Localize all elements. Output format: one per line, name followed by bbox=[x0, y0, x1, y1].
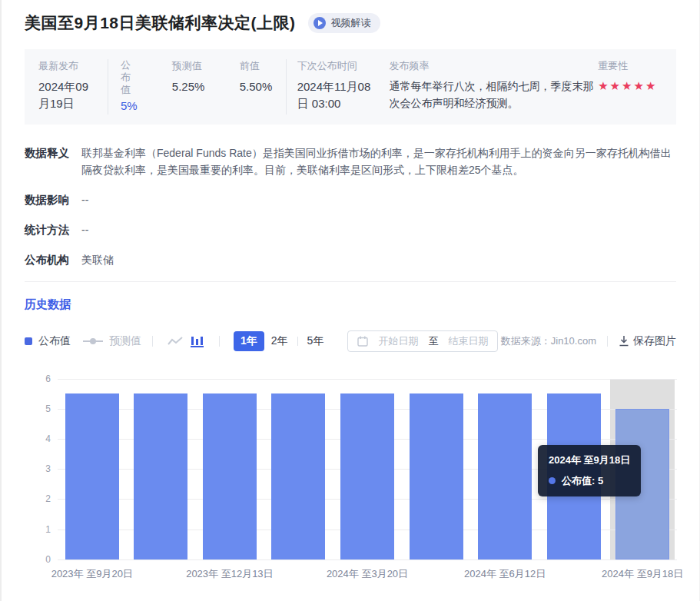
stat-label: 下次公布时间 bbox=[297, 59, 379, 73]
stat-value: 5.50% bbox=[240, 78, 275, 95]
stats-bar: 最新发布 2024年09月19日 公布值 5% 预测值 5.25% 前值 5.5… bbox=[25, 49, 676, 125]
series-dot-icon bbox=[549, 477, 556, 484]
x-axis-tick-label: 2023年 至9月20日 bbox=[51, 567, 133, 581]
stat-value: 2024年09月19日 bbox=[38, 78, 98, 112]
tooltip-title: 2024年 至9月18日 bbox=[549, 453, 630, 467]
stat-value: 2024年11月08日 03:00 bbox=[297, 78, 379, 112]
y-axis-tick-label: 1 bbox=[25, 524, 51, 535]
chart-toolbar: 公布值 预测值 1年 2年 5年 开始日期 至 结束日期 数据来源：Jin10.… bbox=[25, 330, 676, 352]
bar-5[interactable] bbox=[410, 393, 463, 559]
toolbar-divider bbox=[219, 336, 220, 347]
legend-line-dot-icon bbox=[83, 340, 103, 342]
stat-release-frequency: 发布频率 通常每年举行八次，相隔约七周，季度末那次会公布声明和经济预测。 bbox=[390, 59, 599, 111]
section-divider bbox=[25, 281, 676, 282]
x-axis-tick-label: 2024年 至6月12日 bbox=[464, 567, 546, 581]
stat-label: 公布值 bbox=[121, 59, 132, 96]
save-image-button[interactable]: 保存图片 bbox=[619, 334, 676, 348]
section-label: 公布机构 bbox=[25, 251, 81, 268]
y-axis-tick-label: 0 bbox=[25, 554, 51, 565]
gridline bbox=[58, 379, 677, 380]
end-date-input[interactable]: 结束日期 bbox=[448, 334, 488, 348]
y-axis-tick-label: 2 bbox=[25, 493, 51, 504]
indicator-detail-page: 美国至9月18日美联储利率决定(上限) 视频解读 最新发布 2024年09月19… bbox=[2, 0, 699, 601]
stats-divider bbox=[286, 59, 287, 115]
play-icon bbox=[314, 17, 326, 29]
data-source-label: 数据来源：Jin10.com bbox=[501, 334, 596, 348]
tab-5-year[interactable]: 5年 bbox=[300, 331, 331, 351]
toolbar-divider bbox=[152, 336, 153, 347]
date-range-picker[interactable]: 开始日期 至 结束日期 bbox=[347, 330, 498, 352]
toolbar-right: 数据来源：Jin10.com 保存图片 bbox=[501, 334, 676, 348]
legend-label: 预测值 bbox=[109, 334, 141, 348]
section-label: 数据释义 bbox=[25, 144, 81, 178]
toolbar-divider bbox=[607, 336, 608, 347]
legend-forecast-value[interactable]: 预测值 bbox=[83, 334, 141, 348]
stat-label: 发布频率 bbox=[390, 59, 599, 73]
tab-2-year[interactable]: 2年 bbox=[264, 331, 295, 351]
x-axis-tick-label: 2023年 至12月13日 bbox=[186, 567, 273, 581]
importance-stars-icon: ★★★★★ bbox=[598, 78, 664, 94]
download-icon bbox=[619, 335, 629, 347]
section-statistic-method: 统计方法 -- bbox=[25, 221, 676, 238]
bar-4[interactable] bbox=[340, 393, 394, 559]
section-data-definition: 数据释义 联邦基金利率（Federal Funds Rate）是指美国同业拆借市… bbox=[25, 144, 676, 178]
calendar-icon bbox=[357, 336, 368, 347]
bar-0[interactable] bbox=[65, 393, 119, 559]
section-label: 数据影响 bbox=[25, 191, 81, 208]
range-tabs: 1年 2年 5年 bbox=[234, 331, 330, 351]
stat-value: 5% bbox=[121, 98, 151, 115]
y-axis-tick-label: 4 bbox=[25, 433, 51, 444]
stat-label: 预测值 bbox=[172, 59, 218, 73]
section-text: -- bbox=[81, 221, 676, 238]
video-explain-button[interactable]: 视频解读 bbox=[308, 13, 380, 33]
x-axis-tick-label: 2024年 至9月18日 bbox=[602, 567, 683, 581]
tab-history-data[interactable]: 历史数据 bbox=[25, 297, 676, 312]
y-axis-tick-label: 5 bbox=[25, 403, 51, 414]
bar-2[interactable] bbox=[203, 393, 257, 559]
stat-latest-release: 最新发布 2024年09月19日 bbox=[38, 59, 98, 112]
date-to-label: 至 bbox=[428, 334, 438, 348]
stat-importance: 重要性 ★★★★★ bbox=[598, 59, 664, 94]
save-image-label: 保存图片 bbox=[633, 334, 676, 348]
tab-1-year[interactable]: 1年 bbox=[234, 331, 264, 351]
page-title: 美国至9月18日美联储利率决定(上限) bbox=[25, 12, 296, 34]
definition-sections: 数据释义 联邦基金利率（Federal Funds Rate）是指美国同业拆借市… bbox=[25, 144, 676, 268]
stat-label: 最新发布 bbox=[38, 59, 98, 73]
line-chart-icon[interactable] bbox=[168, 336, 183, 347]
start-date-input[interactable]: 开始日期 bbox=[378, 334, 418, 348]
bar-3[interactable] bbox=[271, 393, 325, 559]
section-label: 统计方法 bbox=[25, 221, 81, 238]
legend-label: 公布值 bbox=[38, 334, 71, 348]
stat-forecast: 预测值 5.25% bbox=[172, 59, 218, 95]
section-text: -- bbox=[81, 191, 676, 208]
stat-value: 通常每年举行八次，相隔约七周，季度末那次会公布声明和经济预测。 bbox=[390, 78, 599, 111]
tooltip-value-row: 公布值: 5 bbox=[549, 474, 630, 488]
stat-label: 重要性 bbox=[598, 59, 664, 73]
stat-next-release-time: 下次公布时间 2024年11月08日 03:00 bbox=[297, 59, 379, 112]
x-axis-tick-label: 2024年 至3月20日 bbox=[327, 567, 408, 581]
tab-separator bbox=[297, 337, 298, 346]
section-text: 联邦基金利率（Federal Funds Rate）是指美国同业拆借市场的利率，… bbox=[81, 144, 676, 178]
stat-published-value: 公布值 5% bbox=[121, 59, 151, 115]
stat-previous: 前值 5.50% bbox=[240, 59, 275, 95]
section-data-impact: 数据影响 -- bbox=[25, 191, 676, 208]
stats-divider bbox=[108, 59, 108, 115]
y-axis-tick-label: 6 bbox=[25, 374, 51, 384]
section-text: 美联储 bbox=[81, 251, 676, 268]
bar-1[interactable] bbox=[134, 393, 187, 559]
rate-history-chart: 2024年 至9月18日 公布值: 5 01234562023年 至9月20日2… bbox=[25, 366, 678, 593]
bar-chart-icon[interactable] bbox=[191, 335, 204, 347]
legend-published-value[interactable]: 公布值 bbox=[25, 334, 71, 348]
legend-square-icon bbox=[25, 337, 32, 345]
video-badge-label: 视频解读 bbox=[331, 16, 371, 30]
stat-label: 前值 bbox=[240, 59, 275, 73]
section-publishing-agency: 公布机构 美联储 bbox=[25, 251, 676, 268]
chart-tooltip: 2024年 至9月18日 公布值: 5 bbox=[538, 445, 641, 496]
bar-6[interactable] bbox=[478, 393, 532, 559]
y-axis-tick-label: 3 bbox=[25, 463, 51, 474]
gridline bbox=[58, 559, 677, 560]
stat-value: 5.25% bbox=[172, 78, 218, 95]
title-row: 美国至9月18日美联储利率决定(上限) 视频解读 bbox=[2, 0, 699, 34]
tooltip-value: 公布值: 5 bbox=[562, 474, 603, 488]
